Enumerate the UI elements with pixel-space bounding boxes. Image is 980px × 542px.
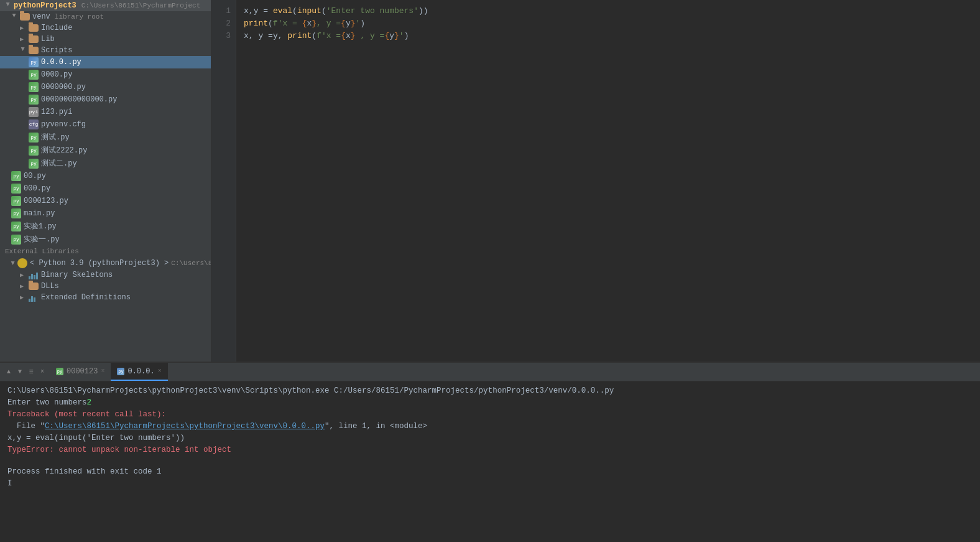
code-line-1: x,y = eval(input('Enter two numbers')) bbox=[244, 5, 973, 17]
close-panel-btn[interactable]: × bbox=[37, 367, 47, 377]
sidebar-item-long0py[interactable]: py 00000000000000.py bbox=[0, 93, 211, 106]
sidebar-item-000py[interactable]: py 000.py bbox=[0, 182, 211, 195]
terminal-run-cmd: C:\Users\86151\PycharmProjects\pythonPro… bbox=[7, 385, 973, 397]
sidebar-item-test2222py[interactable]: py 测试2222.py bbox=[0, 144, 211, 157]
file-0000py-label: 0.0.0..py bbox=[41, 58, 81, 67]
scripts-label: Scripts bbox=[41, 46, 72, 55]
sidebar-item-python-env[interactable]: ▶ < Python 3.9 (pythonProject3) > C:\Use… bbox=[0, 257, 211, 269]
python-env-arrow: ▶ bbox=[9, 261, 17, 265]
editor-content: 1 2 3 x,y = eval(input('Enter two number… bbox=[211, 0, 980, 362]
include-folder-icon bbox=[29, 24, 39, 32]
python-env-path: C:\Users\861 bbox=[171, 259, 211, 267]
sidebar-item-exp1bpy[interactable]: py 实验一.py bbox=[0, 233, 211, 246]
pyi-icon-123: pyi bbox=[29, 107, 39, 117]
venv-sublabel: library root bbox=[55, 13, 104, 21]
py-icon-00: py bbox=[11, 171, 21, 181]
scroll-down-btn[interactable]: ▼ bbox=[15, 367, 25, 377]
py-icon-0000123: py bbox=[11, 196, 21, 206]
terminal-output[interactable]: C:\Users\86151\PycharmProjects\pythonPro… bbox=[0, 381, 980, 542]
sidebar-item-include[interactable]: ▶ Include bbox=[0, 22, 211, 34]
sidebar-item-exp1py[interactable]: py 实验1.py bbox=[0, 220, 211, 233]
file-mainpy-label: main.py bbox=[24, 209, 55, 218]
terminal-tab-bar: ▲ ▼ ≡ × py 0000123 × py 0.0.0. × bbox=[0, 363, 980, 381]
sidebar-item-dlls[interactable]: ▶ DLLs bbox=[0, 281, 211, 292]
venv-root[interactable]: ▶ venv library root bbox=[0, 11, 211, 22]
sidebar-item-0000py2[interactable]: py 0000.py bbox=[0, 68, 211, 81]
sidebar-item-00py[interactable]: py 00.py bbox=[0, 170, 211, 182]
include-arrow: ▶ bbox=[20, 24, 26, 32]
tab-0000-close[interactable]: × bbox=[158, 368, 162, 375]
python-env-icon bbox=[17, 258, 27, 268]
dlls-label: DLLs bbox=[41, 282, 59, 291]
code-line-3: x, y =y, print(f'x ={x} , y ={y}') bbox=[244, 30, 973, 42]
venv-label: venv bbox=[32, 12, 50, 21]
file-testpy-label: 测试.py bbox=[41, 132, 70, 143]
action-btn[interactable]: ≡ bbox=[26, 367, 36, 377]
venv-arrow: ▶ bbox=[11, 14, 18, 20]
tab-0000123-icon: py bbox=[56, 368, 63, 375]
tab-0000-icon: py bbox=[117, 368, 124, 375]
terminal-traceback: Traceback (most recent call last): bbox=[7, 409, 973, 421]
sidebar-item-0000000py[interactable]: py 0000000.py bbox=[0, 81, 211, 93]
sidebar-item-mainpy[interactable]: py main.py bbox=[0, 207, 211, 220]
venv-folder-icon bbox=[20, 13, 30, 21]
sidebar-item-binary-skeletons[interactable]: ▶ Binary Skeletons bbox=[0, 269, 211, 281]
project-arrow: ▶ bbox=[4, 2, 12, 9]
sidebar-item-0000123py[interactable]: py 0000123.py bbox=[0, 195, 211, 207]
sidebar-item-pyvenv[interactable]: cfg pyvenv.cfg bbox=[0, 118, 211, 131]
tab-0000123-close[interactable]: × bbox=[101, 368, 104, 375]
py-icon-test2: py bbox=[29, 159, 39, 169]
line-num-1: 1 bbox=[214, 5, 231, 17]
extended-defs-label: Extended Definitions bbox=[41, 293, 131, 302]
file-123pyi-label: 123.pyi bbox=[41, 108, 72, 116]
scroll-up-btn[interactable]: ▲ bbox=[4, 367, 14, 377]
main-area: ▶ pythonProject3 C:\Users\86151\PycharmP… bbox=[0, 0, 980, 362]
tab-0000[interactable]: py 0.0.0. × bbox=[111, 363, 167, 381]
tab-0000123[interactable]: py 0000123 × bbox=[50, 363, 111, 381]
terminal-cursor: I bbox=[7, 478, 973, 490]
extended-defs-icon bbox=[29, 293, 39, 302]
line-numbers: 1 2 3 bbox=[211, 0, 236, 362]
file-exp1bpy-label: 实验一.py bbox=[24, 234, 60, 245]
cfg-icon-pyvenv: cfg bbox=[29, 119, 39, 129]
file-0000000py-label: 0000000.py bbox=[41, 83, 86, 91]
sidebar-item-testpy[interactable]: py 测试.py bbox=[0, 131, 211, 144]
lib-label: Lib bbox=[41, 35, 55, 44]
terminal-code-line: x,y = eval(input('Enter two numbers')) bbox=[7, 432, 973, 444]
file-pyvenv-label: pyvenv.cfg bbox=[41, 120, 86, 129]
dlls-arrow: ▶ bbox=[20, 283, 26, 290]
code-editor[interactable]: x,y = eval(input('Enter two numbers')) p… bbox=[236, 0, 980, 362]
scripts-arrow: ▶ bbox=[19, 47, 27, 54]
lib-arrow: ▶ bbox=[20, 35, 26, 43]
sidebar-item-test2py[interactable]: py 测试二.py bbox=[0, 157, 211, 170]
terminal-error: TypeError: cannot unpack non-iterable in… bbox=[7, 444, 973, 456]
sidebar-item-lib[interactable]: ▶ Lib bbox=[0, 34, 211, 45]
sidebar-item-extended-defs[interactable]: ▶ Extended Definitions bbox=[0, 292, 211, 303]
file-test2222py-label: 测试2222.py bbox=[41, 145, 87, 156]
py-icon-test2222: py bbox=[29, 146, 39, 156]
py-icon-000: py bbox=[11, 184, 21, 194]
include-label: Include bbox=[41, 24, 72, 32]
sidebar-item-123pyi[interactable]: pyi 123.pyi bbox=[0, 106, 211, 118]
terminal-file-ref: File "C:\Users\86151\PycharmProjects\pyt… bbox=[7, 421, 973, 432]
file-exp1py-label: 实验1.py bbox=[24, 221, 57, 231]
tab-0000-label: 0.0.0. bbox=[127, 367, 154, 376]
file-0000123py-label: 0000123.py bbox=[24, 197, 68, 205]
project-path: C:\Users\86151\PycharmProject bbox=[81, 2, 200, 9]
py-icon-test: py bbox=[29, 133, 39, 143]
file-000py-label: 000.py bbox=[24, 184, 50, 193]
python-env-label: < Python 3.9 (pythonProject3) > bbox=[30, 259, 169, 268]
file-long0py-label: 00000000000000.py bbox=[41, 95, 117, 104]
dlls-folder-icon bbox=[29, 283, 39, 290]
sidebar-item-0000py[interactable]: py 0.0.0..py bbox=[0, 56, 211, 68]
file-00py-label: 00.py bbox=[24, 172, 46, 180]
bottom-panel: ▲ ▼ ≡ × py 0000123 × py 0.0.0. × C:\User… bbox=[0, 362, 980, 542]
py-icon-main: py bbox=[11, 208, 21, 218]
py-icon-exp1: py bbox=[11, 222, 21, 231]
project-header[interactable]: ▶ pythonProject3 C:\Users\86151\PycharmP… bbox=[0, 0, 211, 11]
line-num-2: 2 bbox=[214, 17, 231, 30]
file-test2py-label: 测试二.py bbox=[41, 158, 77, 169]
sidebar-item-scripts[interactable]: ▶ Scripts bbox=[0, 45, 211, 56]
code-line-2: print(f'x = {x}, y ={y}') bbox=[244, 17, 973, 30]
file-0000py2-label: 0000.py bbox=[41, 70, 72, 79]
